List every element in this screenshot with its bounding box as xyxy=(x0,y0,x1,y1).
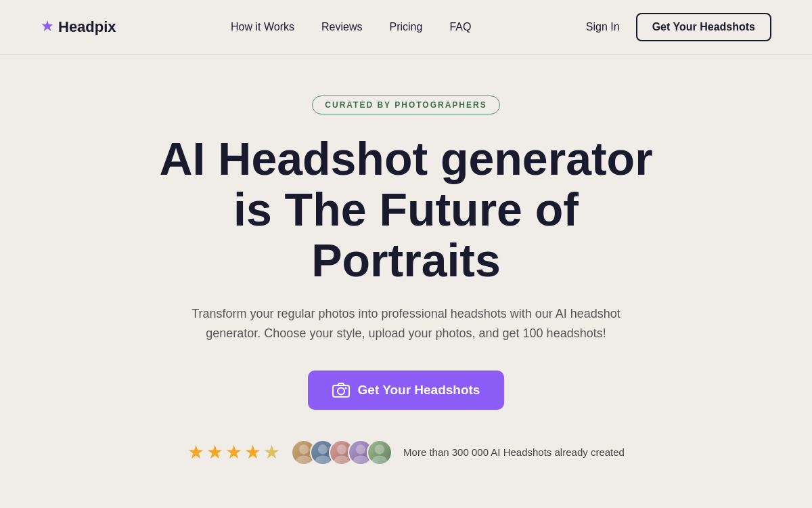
nav-right: Sign In Get Your Headshots xyxy=(586,13,771,41)
hero-cta-label: Get Your Headshots xyxy=(358,383,480,398)
nav-links: How it Works Reviews Pricing FAQ xyxy=(231,21,471,33)
logo-link[interactable]: Headpix xyxy=(41,18,116,36)
logo-text: Headpix xyxy=(58,18,116,36)
camera-icon xyxy=(332,381,350,399)
nav-item-faq[interactable]: FAQ xyxy=(449,21,471,33)
svg-point-2 xyxy=(338,387,344,394)
hero-subtitle: Transform your regular photos into profe… xyxy=(189,304,623,343)
avatar xyxy=(367,440,392,465)
svg-point-13 xyxy=(371,455,387,465)
logo-icon xyxy=(41,19,54,33)
hero-section: CURATED BY PHOTOGRAPHERS AI Headshot gen… xyxy=(0,55,812,508)
svg-point-10 xyxy=(356,444,365,454)
svg-point-11 xyxy=(353,455,368,465)
svg-point-12 xyxy=(375,444,384,454)
nav-cta-button[interactable]: Get Your Headshots xyxy=(636,13,771,41)
hero-badge: CURATED BY PHOTOGRAPHERS xyxy=(312,96,499,114)
nav-item-pricing[interactable]: Pricing xyxy=(389,21,422,33)
nav-item-how-it-works[interactable]: How it Works xyxy=(231,21,294,33)
svg-point-5 xyxy=(296,455,311,465)
navbar: Headpix How it Works Reviews Pricing FAQ… xyxy=(0,0,812,54)
proof-text: More than 300 000 AI Headshots already c… xyxy=(403,446,625,458)
svg-point-6 xyxy=(318,444,328,454)
svg-point-4 xyxy=(299,444,309,454)
avatar-group xyxy=(291,440,392,465)
nav-item-reviews[interactable]: Reviews xyxy=(321,21,362,33)
svg-point-9 xyxy=(334,455,349,465)
svg-point-7 xyxy=(315,455,330,465)
svg-point-8 xyxy=(337,444,346,454)
star-rating: ★ ★ ★ ★ ★ xyxy=(187,441,280,463)
sign-in-button[interactable]: Sign In xyxy=(586,21,620,33)
hero-title-line2: is The Future of Portraits xyxy=(233,184,579,286)
svg-point-3 xyxy=(344,387,346,389)
hero-title: AI Headshot generator is The Future of P… xyxy=(135,133,677,285)
svg-marker-0 xyxy=(42,20,53,31)
social-proof: ★ ★ ★ ★ ★ xyxy=(187,440,625,465)
hero-title-line1: AI Headshot generator xyxy=(159,133,652,184)
hero-cta-button[interactable]: Get Your Headshots xyxy=(308,371,505,410)
